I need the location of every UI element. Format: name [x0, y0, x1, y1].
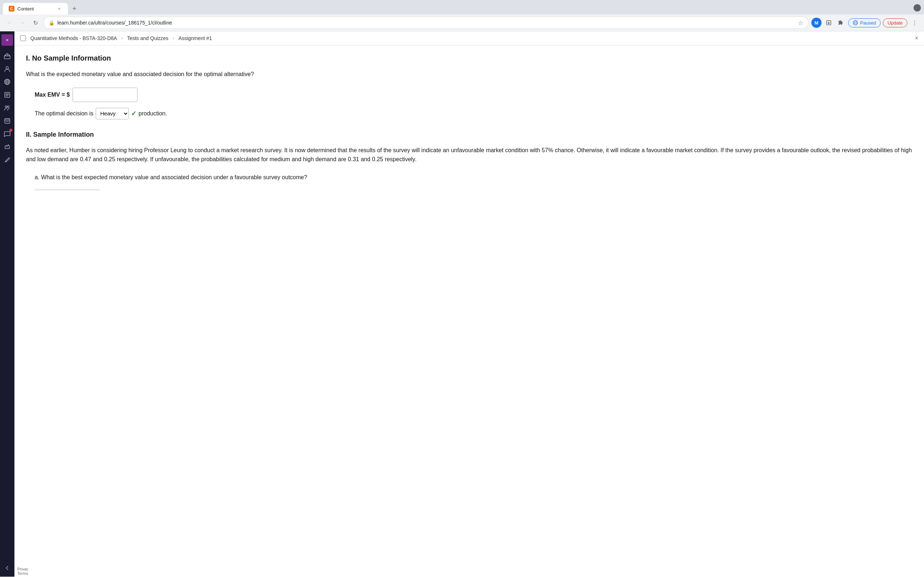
svg-point-8 [8, 106, 10, 108]
update-label: Update [888, 20, 903, 26]
url-display: learn.humber.ca/ultra/courses/_186175_1/… [57, 20, 795, 26]
sidebar-item-content[interactable] [2, 89, 13, 101]
breadcrumb-bar: Quantitative Methods - BSTA-320-D8A › Te… [15, 31, 924, 45]
sidebar-item-back[interactable] [2, 562, 13, 574]
sub-question-a: a. What is the best expected monetary va… [26, 173, 913, 190]
refresh-button[interactable]: ↻ [30, 18, 40, 28]
terms-text: Terms [17, 571, 28, 575]
sidebar-bottom [2, 562, 13, 574]
update-button[interactable]: Update [883, 18, 908, 27]
sub-question-a-label: a. [35, 174, 39, 180]
app-container: × [0, 31, 924, 577]
privacy-footer: Privac Terms [15, 566, 31, 577]
sub-question-a-input[interactable] [35, 182, 100, 190]
section-1-heading: I. No Sample Information [26, 54, 913, 62]
breadcrumb-tests-quizzes[interactable]: Tests and Quizzes [127, 35, 168, 41]
svg-rect-2 [4, 56, 10, 59]
sidebar-item-globe[interactable] [2, 76, 13, 88]
optimal-decision-group: The optimal decision is Heavy Light Medi… [26, 108, 913, 119]
sidebar-item-groups[interactable] [2, 102, 13, 114]
svg-rect-11 [7, 121, 8, 122]
svg-rect-12 [8, 121, 9, 122]
breadcrumb-assignment[interactable]: Assignment #1 [179, 35, 212, 41]
lock-icon: 🔒 [49, 20, 55, 26]
breadcrumb-separator-2: › [173, 36, 174, 41]
sidebar-item-edit[interactable] [2, 154, 13, 166]
star-icon[interactable]: ☆ [798, 19, 803, 26]
sidebar-item-reports[interactable] [2, 141, 13, 153]
browser-chrome: C Content × + ⬤ ← → ↻ 🔒 learn.humber.ca/… [0, 0, 924, 31]
browser-actions: M Paused Update ⋮ [811, 18, 920, 28]
section-2-paragraph: As noted earlier, Humber is considering … [26, 146, 913, 164]
max-emv-group: Max EMV = $ [26, 88, 913, 102]
back-button[interactable]: ← [4, 18, 15, 28]
profile-icon[interactable]: M [811, 18, 822, 28]
address-bar[interactable]: 🔒 learn.humber.ca/ultra/courses/_186175_… [43, 16, 809, 29]
svg-rect-9 [5, 119, 10, 123]
section-2-heading: II. Sample Information [26, 131, 913, 139]
section-2: II. Sample Information As noted earlier,… [26, 131, 913, 190]
sidebar-item-calendar[interactable] [2, 115, 13, 127]
tab-title: Content [17, 6, 53, 11]
new-tab-button[interactable]: + [69, 3, 79, 14]
production-text: production. [139, 110, 167, 117]
active-tab[interactable]: C Content × [3, 3, 68, 15]
sidebar-close-button[interactable]: × [2, 34, 13, 46]
svg-point-7 [5, 106, 7, 108]
sidebar-item-institution[interactable] [2, 50, 13, 62]
address-bar-actions: ☆ [798, 19, 803, 26]
breadcrumb-course[interactable]: Quantitative Methods - BSTA-320-D8A [30, 35, 117, 41]
sidebar: × [0, 31, 15, 577]
sidebar-item-profile[interactable] [2, 63, 13, 75]
download-icon: ⬤ [913, 3, 921, 11]
privacy-text: Privac [17, 567, 29, 571]
sidebar-item-messages[interactable] [2, 128, 13, 140]
section-1: I. No Sample Information What is the exp… [26, 54, 913, 119]
breadcrumb-separator-1: › [121, 36, 123, 41]
max-emv-input[interactable] [73, 88, 137, 102]
content-wrapper: Quantitative Methods - BSTA-320-D8A › Te… [15, 31, 924, 577]
main-content: I. No Sample Information What is the exp… [15, 45, 924, 577]
tab-bar: C Content × + ⬤ [0, 0, 924, 15]
paused-label: Paused [860, 20, 876, 26]
breadcrumb-close-button[interactable]: × [915, 35, 918, 42]
sub-question-a-body: What is the best expected monetary value… [41, 174, 307, 180]
nav-bar: ← → ↻ 🔒 learn.humber.ca/ultra/courses/_1… [0, 15, 924, 31]
sub-question-a-text: a. What is the best expected monetary va… [35, 173, 913, 182]
optimal-decision-label: The optimal decision is [35, 110, 94, 117]
svg-point-3 [6, 67, 9, 69]
more-options-button[interactable]: ⋮ [909, 18, 920, 28]
svg-rect-10 [6, 121, 6, 122]
extension-download-icon[interactable] [824, 18, 834, 28]
max-emv-label: Max EMV = $ [35, 92, 69, 98]
forward-button[interactable]: → [17, 18, 27, 28]
extensions-icon[interactable] [836, 18, 846, 28]
checkmark-icon: ✓ [131, 110, 136, 118]
messages-badge [10, 129, 12, 132]
section-1-body: What is the expected monetary value and … [26, 69, 913, 79]
breadcrumb-checkbox[interactable] [20, 35, 26, 41]
paused-button[interactable]: Paused [848, 18, 881, 27]
optimal-decision-dropdown[interactable]: Heavy Light Medium [96, 108, 129, 119]
tab-favicon: C [9, 6, 15, 11]
tab-close-button[interactable]: × [56, 6, 62, 11]
svg-point-1 [853, 21, 858, 25]
